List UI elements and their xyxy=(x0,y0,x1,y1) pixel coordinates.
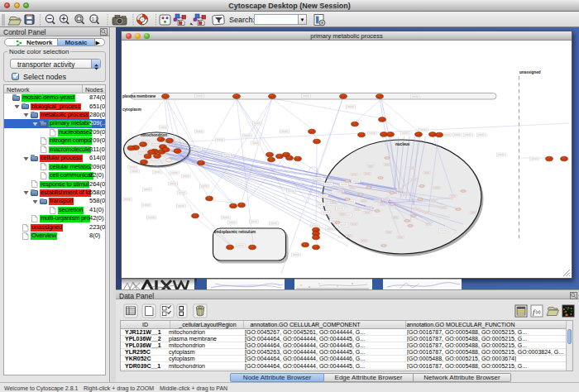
svg-text:mitochondrion: mitochondrion xyxy=(141,132,167,136)
svg-text:cytoplasm: cytoplasm xyxy=(122,108,141,112)
svg-text:1:1: 1:1 xyxy=(92,16,98,21)
svg-text:nucleus: nucleus xyxy=(395,141,410,146)
svg-text:unassigned: unassigned xyxy=(519,69,541,74)
svg-text:endoplasmic reticulum: endoplasmic reticulum xyxy=(214,230,256,234)
svg-text:(x): (x) xyxy=(536,309,541,314)
svg-text:plasma membrane: plasma membrane xyxy=(122,93,156,98)
